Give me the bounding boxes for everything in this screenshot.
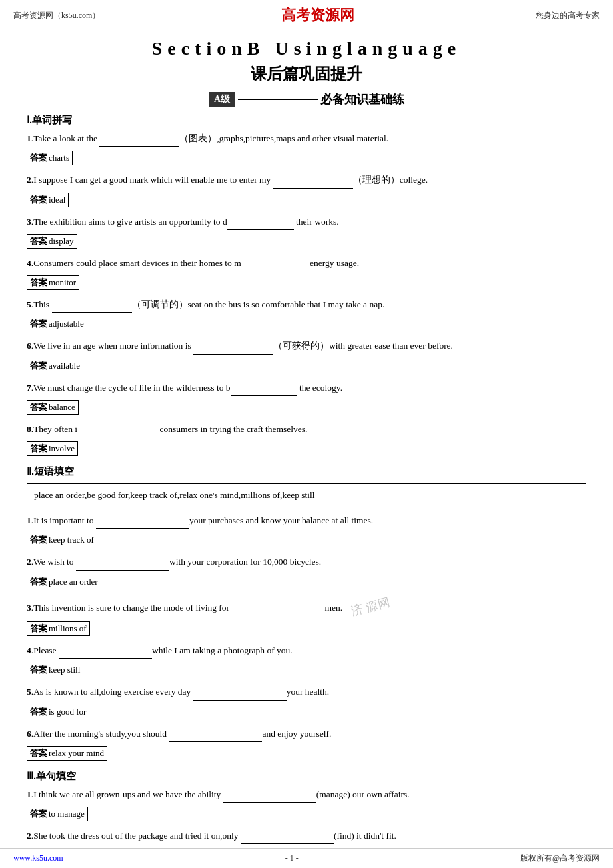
section1-header: Ⅰ.单词拼写 xyxy=(27,114,586,127)
level-line xyxy=(238,99,318,100)
answer-4: 答案monitor xyxy=(27,274,586,293)
question-3: 3.The exhibition aims to give artists an… xyxy=(27,214,586,230)
section1-q6: 6.We live in an age when more informatio… xyxy=(27,338,586,354)
footer-url: www.ks5u.com xyxy=(13,853,63,863)
s2-question-4: 4.Please while I am taking a photograph … xyxy=(27,643,586,659)
section1-q1: 1.Take a look at the （图表）,graphs,picture… xyxy=(27,131,586,147)
main-title: SectionB Usinglanguage xyxy=(27,38,586,59)
header-center: 高考资源网 xyxy=(281,5,354,25)
footer-page: - 1 - xyxy=(285,853,299,863)
answer-6: 答案available xyxy=(27,357,586,376)
question-5: 5.This （可调节的）seat on the bus is so comfo… xyxy=(27,297,586,313)
phrase-box: place an order,be good for,keep track of… xyxy=(27,483,586,507)
s2-answer-5: 答案is good for xyxy=(27,703,586,722)
site-name: 高考资源网 xyxy=(281,7,354,23)
level-suffix: 必备知识基础练 xyxy=(320,91,404,107)
section3-q1: 1.I think we are all grown-ups and we ha… xyxy=(27,787,586,803)
s2-question-1: 1.It is important to your purchases and … xyxy=(27,513,586,529)
header-left-text: 高考资源网（ks5u.com） xyxy=(13,10,100,21)
section2-q5: 5.As is known to all,doing exercise ever… xyxy=(27,684,586,700)
s2-question-5: 5.As is known to all,doing exercise ever… xyxy=(27,684,586,700)
section1-q8: 8.They often i consumers in trying the c… xyxy=(27,421,586,437)
question-6: 6.We live in an age when more informatio… xyxy=(27,338,586,354)
section2-q1: 1.It is important to your purchases and … xyxy=(27,513,586,529)
section3-header: Ⅲ.单句填空 xyxy=(27,770,586,783)
s3-question-2: 2.She took the dress out of the package … xyxy=(27,828,586,844)
question-7: 7.We must change the cycle of life in th… xyxy=(27,380,586,396)
section2-q3: 3.This invention is sure to change the m… xyxy=(27,596,586,617)
section1-q2: 2.I suppose I can get a good mark which … xyxy=(27,172,586,188)
page-header: 高考资源网（ks5u.com） 高考资源网 您身边的高考专家 xyxy=(0,0,613,31)
s3-answer-1: 答案to manage xyxy=(27,805,586,824)
section3-q2: 2.She took the dress out of the package … xyxy=(27,828,586,844)
question-8: 8.They often i consumers in trying the c… xyxy=(27,421,586,437)
header-right-text: 您身边的高考专家 xyxy=(536,10,600,21)
section2-q2: 2.We wish to with your corporation for 1… xyxy=(27,554,586,570)
s3-question-1: 1.I think we are all grown-ups and we ha… xyxy=(27,787,586,803)
answer-2: 答案ideal xyxy=(27,191,586,210)
question-1: 1.Take a look at the （图表）,graphs,picture… xyxy=(27,131,586,147)
s2-answer-4: 答案keep still xyxy=(27,661,586,680)
s2-question-2: 2.We wish to with your corporation for 1… xyxy=(27,554,586,570)
watermark: 济 源网 xyxy=(349,591,392,622)
question-4: 4.Consumers could place smart devices in… xyxy=(27,255,586,271)
main-content: SectionB Usinglanguage 课后篇巩固提升 A级 必备知识基础… xyxy=(0,31,613,867)
title-section: SectionB Usinglanguage 课后篇巩固提升 A级 必备知识基础… xyxy=(27,38,586,107)
section1-q4: 4.Consumers could place smart devices in… xyxy=(27,255,586,271)
section2-header: Ⅱ.短语填空 xyxy=(27,465,586,478)
answer-1: 答案charts xyxy=(27,149,586,168)
answer-7: 答案balance xyxy=(27,399,586,417)
section1-q3: 3.The exhibition aims to give artists an… xyxy=(27,214,586,230)
answer-8: 答案involve xyxy=(27,440,586,459)
section1-q7: 7.We must change the cycle of life in th… xyxy=(27,380,586,396)
s2-answer-1: 答案keep track of xyxy=(27,531,586,550)
s2-question-3: 3.This invention is sure to change the m… xyxy=(27,596,586,617)
question-2: 2.I suppose I can get a good mark which … xyxy=(27,172,586,188)
answer-3: 答案display xyxy=(27,233,586,251)
page-footer: www.ks5u.com - 1 - 版权所有@高考资源网 xyxy=(0,848,613,868)
s2-answer-6: 答案relax your mind xyxy=(27,745,586,763)
section2-q6: 6.After the morning's study,you should a… xyxy=(27,726,586,742)
section2-q4: 4.Please while I am taking a photograph … xyxy=(27,643,586,659)
sub-title: 课后篇巩固提升 xyxy=(27,63,586,85)
s2-question-6: 6.After the morning's study,you should a… xyxy=(27,726,586,742)
section1-q5: 5.This （可调节的）seat on the bus is so comfo… xyxy=(27,297,586,313)
level-badge: A级 xyxy=(209,92,235,107)
answer-5: 答案adjustable xyxy=(27,315,586,334)
s2-answer-3: 答案millions of xyxy=(27,620,586,639)
s2-answer-2: 答案place an order xyxy=(27,573,586,592)
level-row: A级 必备知识基础练 xyxy=(27,91,586,107)
footer-copyright: 版权所有@高考资源网 xyxy=(520,853,600,864)
